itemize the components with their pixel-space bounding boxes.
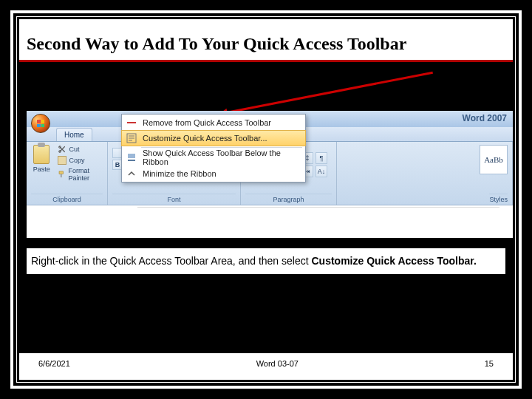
menu-remove-qat[interactable]: Remove from Quick Access Toolbar [122,115,305,131]
svg-rect-7 [128,160,135,161]
caption-bold: Customize Quick Access Toolbar. [312,255,477,267]
scissors-icon [58,145,66,154]
menu-separator [141,147,302,148]
customize-icon [126,133,137,143]
menu-customize-qat[interactable]: Customize Quick Access Toolbar... [121,130,306,146]
font-group-label: Font [112,194,236,203]
format-painter-button[interactable]: Format Painter [58,167,103,182]
caption-text: Right-click in the Quick Access Toolbar … [31,255,312,267]
tab-home[interactable]: Home [56,128,92,141]
svg-rect-6 [128,154,135,158]
slide-footer: 6/6/2021 Word 03-07 15 [19,353,513,380]
styles-group-label: Styles [489,194,508,203]
paste-button[interactable]: Paste [31,145,52,182]
style-preview-1[interactable]: AaBb [480,145,508,174]
office-button[interactable] [31,114,50,133]
svg-rect-4 [127,122,136,123]
footer-center: Word 03-07 [256,359,299,368]
footer-page: 15 [485,359,494,368]
paste-icon [33,145,50,164]
paste-label: Paste [33,166,50,173]
remove-icon [126,117,137,128]
copy-button[interactable]: Copy [58,156,103,165]
pointer-arrow [222,72,433,115]
slide-caption: Right-click in the Quick Access Toolbar … [27,248,505,274]
cut-button[interactable]: Cut [58,145,103,154]
paragraph-group-label: Paragraph [245,194,332,203]
svg-rect-2 [60,171,64,174]
document-canvas [137,207,499,238]
word-screenshot: Word 2007 Home Paste Cut [27,111,513,238]
copy-icon [58,156,66,165]
app-name: Word 2007 [463,113,507,123]
menu-minimize-ribbon[interactable]: Minimize the Ribbon [122,166,305,182]
clipboard-group-label: Clipboard [31,194,103,203]
brush-icon [58,169,66,180]
footer-date: 6/6/2021 [38,359,70,368]
minimize-icon [126,168,137,179]
below-icon [126,152,137,163]
svg-rect-3 [61,174,62,177]
slide-title: Second Way to Add To Your Quick Access T… [19,19,513,62]
qat-context-menu: Remove from Quick Access Toolbar Customi… [121,114,306,183]
menu-show-below[interactable]: Show Quick Access Toolbar Below the Ribb… [122,149,305,166]
